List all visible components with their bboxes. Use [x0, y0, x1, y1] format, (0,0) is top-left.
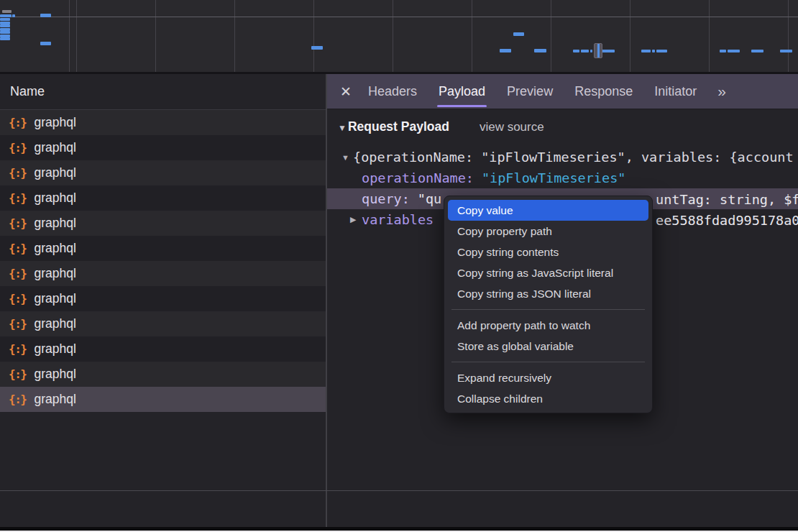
network-request-panel: Name {:}graphql{:}graphql{:}graphql{:}gr… — [0, 74, 326, 527]
request-timing-bar — [534, 49, 546, 52]
network-request-row[interactable]: {:}graphql — [0, 387, 326, 412]
network-request-row[interactable]: {:}graphql — [0, 236, 326, 261]
context-menu: Copy valueCopy property pathCopy string … — [444, 196, 653, 413]
request-timing-bar — [0, 18, 10, 21]
request-timing-bar — [780, 50, 792, 52]
json-request-icon: {:} — [9, 141, 26, 155]
menu-item-copy-string-contents[interactable]: Copy string contents — [444, 242, 652, 262]
request-timing-bar — [728, 50, 740, 52]
json-request-icon: {:} — [9, 191, 26, 205]
variables-value-overflow-text: ee5588fdad995178a0 — [656, 212, 798, 227]
property-value: "ipFlowTimeseries" — [482, 170, 625, 185]
request-name-label: graphql — [34, 191, 75, 206]
detail-tabs: HeadersPayloadPreviewResponseInitiator — [357, 74, 707, 109]
menu-item-add-property-path-to-watch[interactable]: Add property path to watch — [444, 315, 652, 336]
tab-headers[interactable]: Headers — [368, 74, 417, 109]
network-overview-timeline[interactable] — [0, 0, 798, 74]
network-request-row[interactable]: {:}graphql — [0, 135, 326, 160]
name-column-label: Name — [10, 84, 45, 99]
request-name-label: graphql — [34, 316, 75, 331]
tab-preview[interactable]: Preview — [507, 74, 553, 109]
payload-preview-text: {operationName: "ipFlowTimeseries", vari… — [353, 150, 794, 165]
tab-response[interactable]: Response — [574, 74, 633, 109]
menu-item-expand-recursively[interactable]: Expand recursively — [444, 367, 652, 388]
tab-initiator[interactable]: Initiator — [654, 74, 697, 109]
panel-splitter[interactable] — [326, 74, 327, 527]
network-request-row[interactable]: {:}graphql — [0, 311, 326, 336]
overview-selected-marker — [594, 43, 602, 58]
json-request-icon: {:} — [9, 242, 26, 255]
request-timing-bar — [40, 14, 51, 17]
close-icon[interactable]: ✕ — [334, 83, 357, 100]
request-timing-bar — [0, 14, 12, 17]
request-name-label: graphql — [34, 266, 75, 281]
network-request-row[interactable]: {:}graphql — [0, 362, 326, 387]
request-name-label: graphql — [34, 115, 75, 130]
property-value: "qu — [418, 191, 441, 206]
request-timing-bar — [311, 46, 323, 50]
request-timing-bar — [590, 50, 592, 52]
menu-item-copy-value[interactable]: Copy value — [448, 200, 648, 221]
network-request-row[interactable]: {:}graphql — [0, 185, 326, 211]
menu-item-collapse-children[interactable]: Collapse children — [444, 388, 652, 409]
request-payload-section: ▼ Request Payload view source — [338, 119, 798, 138]
menu-divider — [451, 309, 645, 310]
request-name-label: graphql — [34, 392, 75, 407]
json-request-icon: {:} — [9, 292, 26, 306]
collapse-icon[interactable]: ▼ — [341, 153, 353, 162]
marker-line — [597, 44, 600, 58]
request-timing-bar — [641, 50, 651, 52]
property-row-operationname[interactable]: operationName:"ipFlowTimeseries" — [327, 168, 798, 188]
request-name-label: graphql — [34, 241, 75, 256]
network-request-list: {:}graphql{:}graphql{:}graphql{:}graphql… — [0, 110, 326, 412]
request-timing-bar — [0, 37, 10, 40]
request-name-label: graphql — [34, 216, 75, 231]
menu-divider — [451, 362, 645, 362]
request-timing-bar — [720, 50, 726, 52]
json-request-icon: {:} — [9, 116, 26, 129]
menu-item-store-as-global-variable[interactable]: Store as global variable — [444, 336, 652, 357]
network-request-row[interactable]: {:}graphql — [0, 211, 326, 236]
request-timing-bar — [12, 14, 15, 17]
name-column-header[interactable]: Name — [0, 74, 326, 110]
json-request-icon: {:} — [9, 166, 26, 180]
network-request-row[interactable]: {:}graphql — [0, 160, 326, 185]
request-name-label: graphql — [34, 165, 75, 180]
payload-root-row[interactable]: ▼{operationName: "ipFlowTimeseries", var… — [327, 147, 798, 168]
network-request-row[interactable]: {:}graphql — [0, 110, 326, 135]
request-timing-bar — [0, 31, 10, 34]
request-timing-bar — [652, 50, 655, 52]
section-title: Request Payload — [348, 119, 449, 134]
request-timing-bar — [513, 32, 524, 36]
property-key: operationName: — [362, 170, 474, 185]
request-timing-bar — [500, 49, 511, 52]
tab-payload[interactable]: Payload — [439, 74, 485, 109]
network-request-row[interactable]: {:}graphql — [0, 336, 326, 362]
menu-item-copy-string-as-javascript-literal[interactable]: Copy string as JavaScript literal — [444, 262, 652, 283]
json-request-icon: {:} — [9, 216, 26, 230]
bottom-divider — [0, 490, 798, 491]
request-timing-bar — [602, 50, 615, 52]
request-timing-bar — [40, 42, 51, 45]
menu-item-copy-string-as-json-literal[interactable]: Copy string as JSON literal — [444, 283, 652, 304]
request-name-label: graphql — [34, 291, 75, 306]
section-collapse-icon[interactable]: ▼ — [338, 123, 347, 133]
request-timing-bar — [2, 10, 12, 13]
json-request-icon: {:} — [9, 393, 26, 406]
more-tabs-icon[interactable]: » — [717, 83, 725, 100]
detail-tabbar: ✕ HeadersPayloadPreviewResponseInitiator… — [327, 74, 798, 109]
request-timing-bar — [751, 50, 763, 52]
json-request-icon: {:} — [9, 267, 26, 280]
expand-icon[interactable]: ▶ — [350, 215, 362, 224]
menu-item-copy-property-path[interactable]: Copy property path — [444, 221, 652, 242]
property-key: query: — [362, 191, 410, 206]
request-timing-bar — [0, 24, 10, 27]
request-name-label: graphql — [34, 341, 75, 357]
request-timing-bar — [581, 50, 589, 52]
property-key: variables — [362, 212, 434, 227]
overview-gridline — [0, 17, 798, 17]
network-request-row[interactable]: {:}graphql — [0, 286, 326, 311]
view-source-link[interactable]: view source — [480, 120, 544, 134]
network-request-row[interactable]: {:}graphql — [0, 261, 326, 286]
query-value-overflow-text: untTag: string, $f — [656, 191, 798, 206]
